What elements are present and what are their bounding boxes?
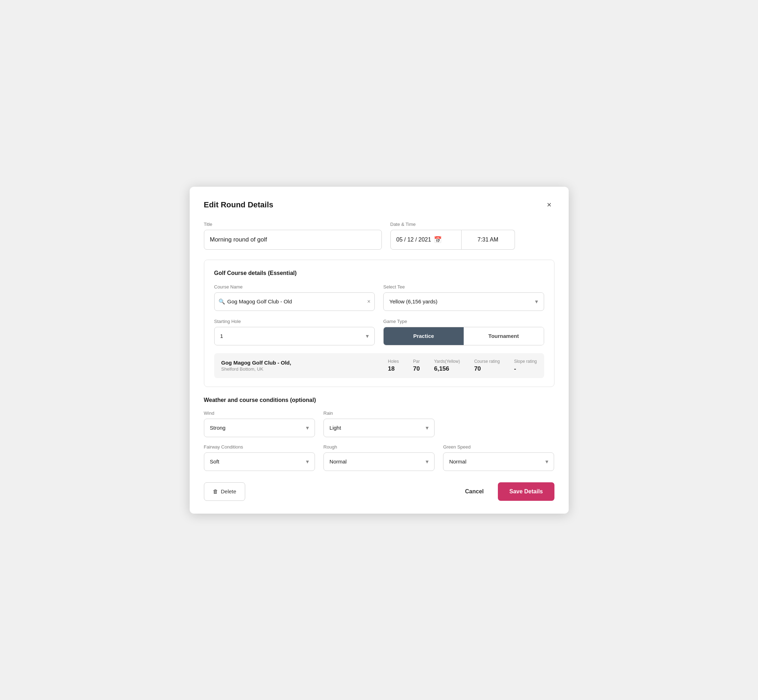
starting-hole-wrap: 1234 5678 910 ▼	[214, 327, 375, 345]
rain-dropdown[interactable]: NoneLightModerateHeavy	[324, 419, 434, 437]
game-type-label: Game Type	[383, 319, 544, 324]
title-label: Title	[204, 222, 382, 227]
date-value: 05 / 12 / 2021	[396, 236, 431, 243]
slope-rating-stat: Slope rating -	[514, 359, 537, 372]
datetime-field-group: Date & Time 05 / 12 / 2021 📅 7:31 AM	[390, 222, 515, 250]
course-stats-group: Holes 18 Par 70 Yards(Yellow) 6,156 Cour…	[388, 359, 537, 372]
golf-section-title: Golf Course details (Essential)	[214, 270, 544, 277]
wind-dropdown[interactable]: NoneLightModerateStrong	[204, 419, 315, 437]
green-speed-label: Green Speed	[443, 444, 554, 450]
green-speed-dropdown[interactable]: SlowNormalFast	[443, 452, 554, 471]
title-field-group: Title	[204, 222, 382, 250]
course-rating-label: Course rating	[474, 359, 500, 364]
delete-label: Delete	[221, 488, 236, 494]
calendar-icon: 📅	[434, 236, 442, 244]
wind-group: Wind NoneLightModerateStrong ▼	[204, 411, 315, 437]
delete-button[interactable]: 🗑 Delete	[204, 482, 245, 501]
slope-rating-label: Slope rating	[514, 359, 537, 364]
rough-wrap: ShortNormalLong ▼	[324, 452, 434, 471]
datetime-label: Date & Time	[390, 222, 515, 227]
time-box[interactable]: 7:31 AM	[462, 230, 515, 250]
starting-hole-label: Starting Hole	[214, 319, 375, 324]
course-name-label: Course Name	[214, 284, 375, 289]
conditions-row: Fairway Conditions DryHardNormalSoftWet …	[204, 444, 554, 471]
time-value: 7:31 AM	[478, 236, 498, 243]
footer: 🗑 Delete Cancel Save Details	[204, 482, 554, 501]
title-input[interactable]	[204, 230, 382, 250]
par-value: 70	[413, 365, 420, 372]
slope-rating-value: -	[514, 365, 516, 372]
trash-icon: 🗑	[213, 488, 218, 494]
game-type-toggle: Practice Tournament	[383, 327, 544, 345]
rough-group: Rough ShortNormalLong ▼	[324, 444, 434, 471]
yards-label: Yards(Yellow)	[434, 359, 460, 364]
footer-right: Cancel Save Details	[459, 482, 554, 501]
rain-wrap: NoneLightModerateHeavy ▼	[324, 419, 434, 437]
fairway-wrap: DryHardNormalSoftWet ▼	[204, 452, 315, 471]
rain-label: Rain	[324, 411, 434, 416]
holes-value: 18	[388, 365, 395, 372]
course-info-bar: Gog Magog Golf Club - Old, Shelford Bott…	[214, 353, 544, 378]
par-stat: Par 70	[413, 359, 420, 372]
cancel-button[interactable]: Cancel	[459, 488, 489, 495]
top-fields: Title Date & Time 05 / 12 / 2021 📅 7:31 …	[204, 222, 554, 250]
holes-stat: Holes 18	[388, 359, 399, 372]
rough-label: Rough	[324, 444, 434, 450]
course-tee-row: Course Name 🔍 × Select Tee Yellow (6,156…	[214, 284, 544, 311]
tournament-button[interactable]: Tournament	[464, 327, 544, 345]
green-speed-group: Green Speed SlowNormalFast ▼	[443, 444, 554, 471]
yards-stat: Yards(Yellow) 6,156	[434, 359, 460, 372]
weather-title: Weather and course conditions (optional)	[204, 397, 554, 403]
close-button[interactable]: ×	[544, 200, 554, 210]
save-button[interactable]: Save Details	[498, 482, 554, 501]
fairway-dropdown[interactable]: DryHardNormalSoftWet	[204, 452, 315, 471]
course-rating-stat: Course rating 70	[474, 359, 500, 372]
course-name-group: Course Name 🔍 ×	[214, 284, 375, 311]
modal-header: Edit Round Details ×	[204, 200, 554, 210]
course-name-input[interactable]	[214, 292, 375, 311]
clear-course-button[interactable]: ×	[367, 298, 370, 305]
practice-button[interactable]: Practice	[384, 327, 464, 345]
game-type-group: Game Type Practice Tournament	[383, 319, 544, 345]
course-info-location: Shelford Bottom, UK	[221, 366, 388, 372]
fairway-label: Fairway Conditions	[204, 444, 315, 450]
modal-title: Edit Round Details	[204, 200, 274, 209]
wind-wrap: NoneLightModerateStrong ▼	[204, 419, 315, 437]
weather-section: Weather and course conditions (optional)…	[204, 397, 554, 471]
hole-gametype-row: Starting Hole 1234 5678 910 ▼ Game Type …	[214, 319, 544, 345]
search-icon: 🔍	[219, 298, 225, 305]
select-tee-group: Select Tee Yellow (6,156 yards) White (6…	[383, 284, 544, 311]
starting-hole-group: Starting Hole 1234 5678 910 ▼	[214, 319, 375, 345]
select-tee-label: Select Tee	[383, 284, 544, 289]
starting-hole-dropdown[interactable]: 1234 5678 910	[214, 327, 375, 345]
course-info-name: Gog Magog Golf Club - Old,	[221, 359, 388, 366]
select-tee-dropdown[interactable]: Yellow (6,156 yards) White (6,600 yards)…	[383, 292, 544, 311]
wind-rain-row: Wind NoneLightModerateStrong ▼ Rain None…	[204, 411, 554, 437]
date-box[interactable]: 05 / 12 / 2021 📅	[390, 230, 462, 250]
course-search-wrap: 🔍 ×	[214, 292, 375, 311]
course-rating-value: 70	[474, 365, 481, 372]
rough-dropdown[interactable]: ShortNormalLong	[324, 452, 434, 471]
course-info-name-block: Gog Magog Golf Club - Old, Shelford Bott…	[221, 359, 388, 372]
fairway-group: Fairway Conditions DryHardNormalSoftWet …	[204, 444, 315, 471]
holes-label: Holes	[388, 359, 399, 364]
rain-group: Rain NoneLightModerateHeavy ▼	[324, 411, 434, 437]
golf-course-section: Golf Course details (Essential) Course N…	[204, 259, 554, 387]
green-speed-wrap: SlowNormalFast ▼	[443, 452, 554, 471]
par-label: Par	[413, 359, 420, 364]
select-tee-wrap: Yellow (6,156 yards) White (6,600 yards)…	[383, 292, 544, 311]
yards-value: 6,156	[434, 365, 449, 372]
wind-label: Wind	[204, 411, 315, 416]
edit-round-modal: Edit Round Details × Title Date & Time 0…	[190, 187, 568, 514]
datetime-group: 05 / 12 / 2021 📅 7:31 AM	[390, 230, 515, 250]
